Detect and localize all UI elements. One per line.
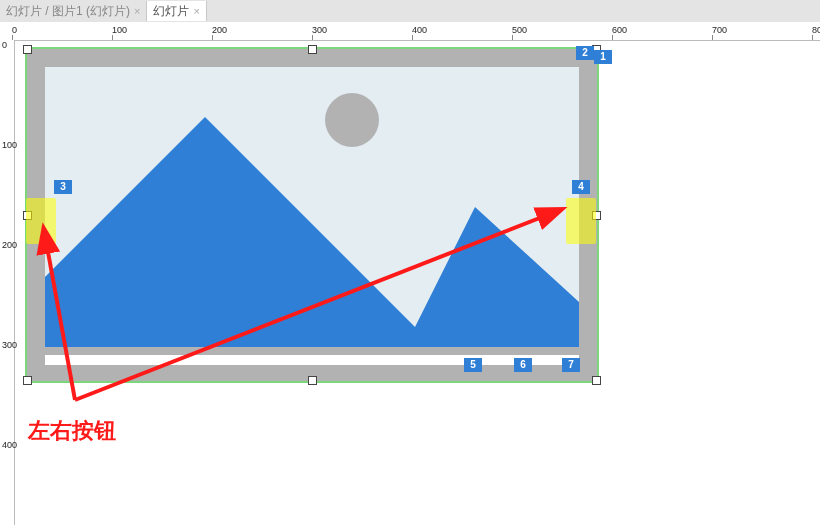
tab-slide-image1[interactable]: 幻灯片 / 图片1 (幻灯片) × [0, 1, 147, 21]
resize-handle[interactable] [308, 45, 317, 54]
ruler-tick: 0 [2, 40, 7, 50]
right-nav-button-highlight[interactable] [566, 198, 596, 244]
ruler-tick: 800 [812, 25, 820, 35]
ruler-tick: 700 [712, 25, 727, 35]
annotation-label: 左右按钮 [28, 416, 116, 446]
ruler-tick: 600 [612, 25, 627, 35]
element-badge-1[interactable]: 1 [594, 50, 612, 64]
tab-slide[interactable]: 幻灯片 × [147, 1, 206, 21]
slideshow-component[interactable] [26, 48, 598, 382]
ruler-tick: 300 [312, 25, 327, 35]
ruler-tick: 500 [512, 25, 527, 35]
resize-handle[interactable] [308, 376, 317, 385]
image-placeholder [45, 67, 579, 347]
left-nav-button-highlight[interactable] [26, 198, 56, 244]
ruler-tick: 400 [412, 25, 427, 35]
ruler-tick: 200 [212, 25, 227, 35]
ruler-tick: 0 [12, 25, 17, 35]
mountains-icon [45, 67, 579, 347]
tab-label: 幻灯片 [153, 3, 189, 20]
close-icon[interactable]: × [193, 5, 199, 17]
resize-handle[interactable] [592, 376, 601, 385]
vertical-ruler: 0 100 200 300 400 [0, 40, 15, 525]
resize-handle[interactable] [23, 45, 32, 54]
element-badge-4[interactable]: 4 [572, 180, 590, 194]
resize-handle[interactable] [23, 376, 32, 385]
tab-label: 幻灯片 / 图片1 (幻灯片) [6, 3, 130, 20]
element-badge-3[interactable]: 3 [54, 180, 72, 194]
ruler-tick: 100 [112, 25, 127, 35]
tab-strip: 幻灯片 / 图片1 (幻灯片) × 幻灯片 × [0, 0, 820, 23]
svg-marker-0 [45, 117, 579, 347]
element-badge-6[interactable]: 6 [514, 358, 532, 372]
horizontal-ruler: 0 100 200 300 400 500 600 700 800 [0, 22, 820, 41]
element-badge-2[interactable]: 2 [576, 46, 594, 60]
element-badge-5[interactable]: 5 [464, 358, 482, 372]
indicator-bar [45, 355, 579, 365]
element-badge-7[interactable]: 7 [562, 358, 580, 372]
design-canvas[interactable]: 1 2 3 4 5 6 7 [14, 40, 820, 525]
close-icon[interactable]: × [134, 5, 140, 17]
